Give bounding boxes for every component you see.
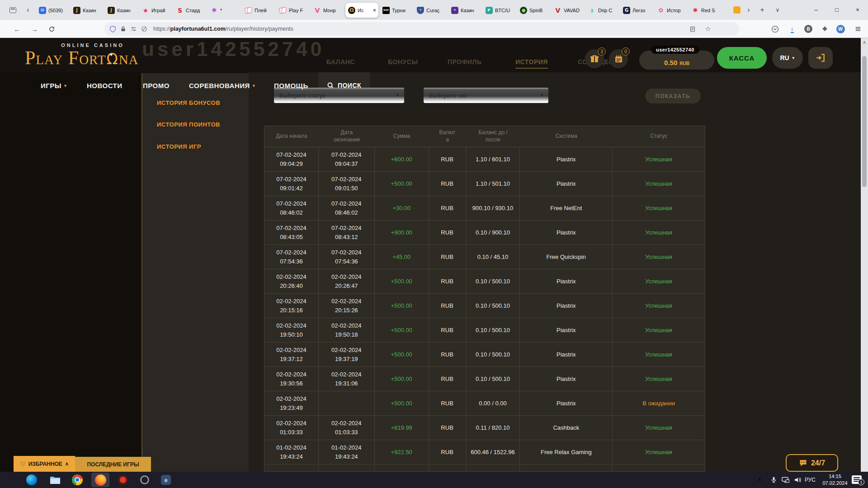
browser-tab[interactable]: ✉(5039) (36, 3, 69, 18)
bookmark-star-icon[interactable]: ☆ (702, 23, 714, 35)
table-row: 02-02-2024 20:26:4002-02-2024 20:26:47+5… (264, 269, 705, 293)
browser-tab[interactable]: ●SpinB (517, 3, 550, 18)
tray-expand-icon[interactable]: ∧ (758, 476, 762, 483)
speaker-icon[interactable] (792, 474, 803, 486)
browser-tab[interactable]: ◗Drip C (586, 3, 619, 18)
browser-tab-active[interactable]: ΩИс× (345, 3, 378, 18)
status-filter-select[interactable]: Выберите статус ▼ (274, 88, 404, 103)
ring-app-icon[interactable] (139, 474, 151, 486)
download-icon[interactable]: ↓ (786, 23, 798, 35)
browser-tab[interactable]: ROXТурни (380, 3, 413, 18)
scroll-tabs-left-icon[interactable]: ‹ (23, 5, 33, 15)
browser-tab[interactable]: Плей (242, 3, 275, 18)
menu-hamburger-icon[interactable] (852, 23, 864, 35)
browser-tab[interactable]: VVAVAD (552, 3, 585, 18)
cell-currency: RUB (429, 245, 466, 269)
scroll-up-icon[interactable]: ∧ (861, 40, 868, 45)
tracking-shield-icon[interactable] (109, 26, 116, 33)
tab-manager-icon[interactable] (7, 5, 18, 15)
logout-button[interactable] (808, 47, 833, 69)
browser-tab[interactable]: SСтард (174, 3, 207, 18)
subnav-profile[interactable]: ПРОФИЛЬ (448, 58, 482, 66)
type-filter-select[interactable]: Выберите тип ▼ (424, 88, 548, 103)
cell-system: Cashback (520, 416, 613, 440)
cell-system: Piastrix (520, 343, 613, 366)
nav-promo[interactable]: ПРОМО (143, 82, 170, 89)
site-logo[interactable]: ONLINE CASINO Play FortΩ✦na (25, 42, 160, 68)
browser-tab[interactable]: ★Curaç (414, 3, 447, 18)
chrome-icon[interactable] (71, 474, 83, 486)
microphone-icon[interactable] (768, 474, 779, 486)
browser-tab[interactable]: JКазин (105, 3, 138, 18)
browser-tab[interactable]: ✿Истор (655, 3, 688, 18)
table-row: 07-02-2024 08:43:0507-02-2024 08:43:12+9… (264, 220, 705, 244)
edge-icon[interactable] (26, 474, 38, 486)
browser-tab[interactable]: GЛегзо (620, 3, 653, 18)
blocked-content-icon[interactable] (141, 26, 147, 32)
cell-end: 02-02-2024 19:50:18 (319, 318, 375, 342)
page-scrollbar[interactable]: ∧ (861, 38, 868, 472)
browser-tab[interactable]: JКазин (71, 3, 104, 18)
tab-close-icon[interactable]: × (372, 7, 378, 14)
taskbar-time: 14:15 (819, 473, 851, 480)
language-selector[interactable]: RU▼ (772, 47, 803, 69)
support-chat-button[interactable]: 24/7 (786, 454, 838, 472)
file-explorer-icon[interactable] (49, 474, 61, 486)
new-tab-button[interactable]: + (757, 5, 768, 15)
lock-icon[interactable] (120, 26, 126, 32)
show-button[interactable]: ПОКАЗАТЬ (645, 89, 701, 103)
browser-tab[interactable]: ★Играй (139, 3, 172, 18)
browser-tab[interactable]: ✱* (208, 3, 241, 18)
browser-tab[interactable]: VМонр (311, 3, 344, 18)
scroll-tabs-right-icon[interactable]: › (743, 5, 754, 15)
firefox-icon[interactable] (94, 474, 106, 486)
subnav-history[interactable]: ИСТОРИЯ (515, 58, 548, 69)
reload-button[interactable] (45, 23, 58, 35)
back-button[interactable]: ← (11, 23, 24, 35)
nav-games[interactable]: ИГРЫ▼ (41, 82, 67, 89)
sidebar-item-games-history[interactable]: ИСТОРИЯ ИГР (157, 143, 201, 150)
sidebar-item-bonus-history[interactable]: ИСТОРИЯ БОНУСОВ (157, 99, 220, 106)
address-bar[interactable]: https://playfortuna6ul1.com/ru/player/hi… (104, 22, 739, 36)
extension-b-icon[interactable]: B (802, 23, 815, 35)
reader-mode-icon[interactable] (686, 23, 699, 35)
favorites-tab[interactable]: ♡ ИЗБРАННОЕ ∧ (14, 456, 75, 472)
partial-tab-icon[interactable] (733, 6, 741, 14)
cell-start: 07-02-2024 09:04:29 (264, 147, 319, 171)
cell-start: 02-02-2024 20:15:16 (264, 294, 319, 318)
recent-games-tab[interactable]: ПОСЛЕДНИЕ ИГРЫ (75, 457, 151, 472)
permissions-icon[interactable] (130, 26, 137, 32)
extensions-puzzle-icon[interactable] (818, 23, 831, 35)
cell-system: Piastrix (520, 391, 613, 415)
nav-news[interactable]: НОВОСТИ (87, 82, 123, 89)
cell-end: 07-02-2024 09:01:50 (319, 172, 375, 196)
sidebar-item-points-history[interactable]: ИСТОРИЯ ПОИНТОВ (157, 121, 220, 128)
browser-tab-title: VAVAD (564, 8, 585, 13)
browser-tab[interactable]: ◤BTC/U (483, 3, 516, 18)
browser-tab[interactable]: Play F (277, 3, 310, 18)
browser-tab[interactable]: ✦Казин (448, 3, 481, 18)
taskbar-clock[interactable]: 14:15 07.02.2024 (819, 473, 851, 487)
record-app-icon[interactable] (117, 474, 129, 486)
keyboard-language[interactable]: РУС (805, 477, 816, 483)
window-minimize-button[interactable]: – (806, 0, 826, 19)
cashier-button[interactable]: КАССА (717, 47, 767, 69)
pocket-icon[interactable] (769, 23, 781, 35)
display-network-icon[interactable] (779, 474, 791, 486)
window-maximize-button[interactable]: □ (826, 0, 847, 19)
nav-tournaments[interactable]: СОРЕВНОВАНИЯ▼ (189, 82, 256, 89)
browser-tab[interactable]: ✺Red S (689, 3, 722, 18)
forward-button[interactable]: → (28, 23, 41, 35)
cell-start: 07-02-2024 08:43:05 (264, 221, 319, 244)
cell-end: 02-02-2024 20:26:47 (319, 269, 375, 293)
window-close-button[interactable]: × (847, 0, 868, 19)
nav-help[interactable]: ПОМОЩЬ (274, 82, 308, 89)
subnav-balance[interactable]: БАЛАНС (326, 58, 355, 66)
table-row: 02-02-2024 20:15:1602-02-2024 20:15:26+5… (264, 293, 705, 318)
list-all-tabs-icon[interactable]: ∨ (772, 5, 783, 15)
translator-icon[interactable]: W (834, 23, 847, 35)
drip-icon: ◗ (589, 7, 596, 14)
subnav-bonuses[interactable]: БОНУСЫ (388, 58, 418, 66)
e-app-icon[interactable]: e (160, 474, 172, 486)
scrollbar-thumb[interactable] (862, 56, 867, 187)
